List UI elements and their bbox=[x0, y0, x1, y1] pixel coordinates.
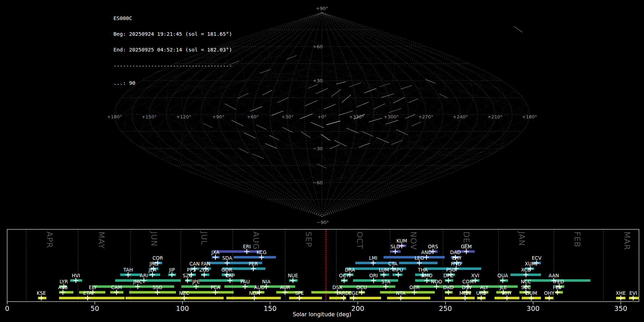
shower-code-label: NIA bbox=[262, 279, 271, 284]
shower-code-label: ZCS bbox=[199, 267, 209, 273]
shower-peak-marker bbox=[371, 260, 376, 265]
plot-canvas: +90°−90°+60+30−30−60+180°+150°+120°+90°+… bbox=[0, 0, 644, 322]
shower-code-label: KCG bbox=[257, 249, 267, 255]
month-label: SEP bbox=[304, 231, 313, 247]
shower-code-label: CAM bbox=[111, 284, 122, 290]
shower-code-label: EHY bbox=[452, 255, 462, 261]
meteor-count: ...: 90 bbox=[113, 80, 232, 86]
meteor-segment bbox=[260, 69, 271, 73]
meteor-segment bbox=[244, 133, 255, 138]
shower-code-label: AUR bbox=[280, 284, 290, 290]
shower-code-label: MON bbox=[459, 290, 471, 296]
shower-code-label: COM bbox=[462, 279, 474, 284]
shower-peak-marker bbox=[424, 278, 429, 283]
shower-peak-marker bbox=[618, 296, 623, 301]
meteor-segment bbox=[357, 102, 369, 107]
shower-peak-marker bbox=[446, 278, 451, 283]
shower-peak-marker bbox=[170, 272, 175, 277]
separator-line: -------------------------------------- bbox=[113, 63, 232, 69]
shower-code-label: XVI bbox=[471, 273, 479, 278]
shower-peak-marker bbox=[383, 284, 388, 289]
shower-code-label: JEA bbox=[148, 267, 157, 273]
shower-code-label: EGE bbox=[348, 290, 358, 296]
shower-peak-marker bbox=[194, 284, 199, 289]
shower-peak-marker bbox=[351, 296, 356, 301]
shower-activity-bar bbox=[384, 256, 445, 259]
shower-peak-marker bbox=[114, 290, 119, 295]
shower-peak-marker bbox=[359, 290, 364, 295]
shower-code-label: JPE bbox=[192, 279, 200, 284]
longitude-label: +330° bbox=[349, 114, 364, 119]
shower-code-label: EVI bbox=[629, 290, 637, 296]
shower-peak-marker bbox=[381, 272, 386, 277]
meteor-segment bbox=[287, 55, 297, 59]
shower-code-label: QUA bbox=[497, 273, 508, 278]
meteor-segment bbox=[316, 88, 328, 94]
shower-code-label: DPC bbox=[443, 273, 453, 278]
month-label: NOV bbox=[409, 231, 418, 250]
shower-code-label: HVI bbox=[72, 273, 80, 278]
meteor-segment bbox=[265, 143, 277, 148]
shower-code-label: CTA bbox=[388, 261, 398, 267]
shower-code-label: RPU bbox=[393, 267, 403, 273]
shower-code-label: PER bbox=[249, 261, 258, 267]
meteor-segment bbox=[374, 104, 385, 109]
axis-tick-label: 300 bbox=[527, 304, 540, 312]
shower-peak-marker bbox=[371, 278, 376, 283]
shower-code-label: ECV bbox=[532, 255, 542, 261]
month-label: AUG bbox=[252, 231, 260, 250]
shower-activity-bar bbox=[199, 279, 244, 282]
month-label: JAN bbox=[517, 231, 526, 246]
shower-code-label: COR bbox=[152, 255, 163, 261]
shower-code-label: DRA bbox=[345, 267, 355, 273]
meteor-segment bbox=[239, 148, 249, 153]
month-label: JUN bbox=[150, 231, 158, 247]
shower-code-label: DAD bbox=[450, 249, 461, 255]
meteor-segment bbox=[401, 86, 412, 89]
longitude-label: +150° bbox=[142, 114, 157, 119]
shower-code-label: ETA bbox=[83, 290, 92, 296]
shower-peak-marker bbox=[342, 278, 347, 283]
meteor-segment bbox=[330, 145, 340, 149]
shower-code-label: CAP bbox=[225, 273, 235, 278]
shower-peak-marker bbox=[39, 296, 44, 301]
shower-peak-marker bbox=[555, 290, 560, 295]
shower-code-label: ARD bbox=[338, 290, 349, 296]
meteor-segment bbox=[283, 127, 293, 132]
shower-peak-marker bbox=[126, 272, 131, 277]
shower-peak-marker bbox=[341, 296, 346, 301]
meteor-segment bbox=[342, 95, 351, 103]
meteor-segment bbox=[349, 83, 361, 87]
shower-peak-marker bbox=[252, 296, 257, 301]
shower-peak-marker bbox=[243, 284, 248, 289]
shower-code-label: OCU bbox=[356, 284, 367, 290]
end-time: End: 20250925 04:52:14 (sol = 182.03°) bbox=[113, 47, 232, 53]
shower-code-label: JLE bbox=[499, 284, 507, 290]
shower-code-label: PCA bbox=[211, 284, 221, 290]
shower-peak-marker bbox=[393, 249, 398, 254]
shower-code-label: DSV bbox=[462, 284, 472, 290]
shower-activity-bar bbox=[115, 279, 181, 282]
shower-peak-marker bbox=[283, 290, 288, 295]
shower-code-label: ORI bbox=[369, 273, 378, 278]
shower-peak-marker bbox=[185, 278, 190, 283]
shower-peak-marker bbox=[213, 255, 218, 260]
meteor-segment bbox=[326, 121, 340, 125]
shower-code-label: LYR bbox=[60, 279, 68, 284]
latitude-label: −60 bbox=[313, 180, 322, 185]
meteor-segment bbox=[412, 122, 421, 126]
meteor-segment bbox=[308, 84, 318, 88]
shower-code-label: FED bbox=[555, 279, 564, 284]
shower-peak-marker bbox=[464, 249, 469, 254]
shower-peak-marker bbox=[631, 296, 636, 301]
shower-activity-bar bbox=[387, 297, 430, 299]
longitude-label: +0° bbox=[317, 114, 327, 119]
shower-activity-bar bbox=[126, 297, 224, 299]
month-label: MAY bbox=[97, 231, 106, 249]
shower-code-label: GDR bbox=[221, 267, 232, 273]
shower-peak-marker bbox=[291, 278, 296, 283]
shower-peak-marker bbox=[446, 290, 451, 295]
shower-code-label: JIP bbox=[169, 267, 175, 273]
shower-code-label: PSU bbox=[446, 267, 456, 273]
shower-code-label: PPS bbox=[187, 267, 196, 273]
